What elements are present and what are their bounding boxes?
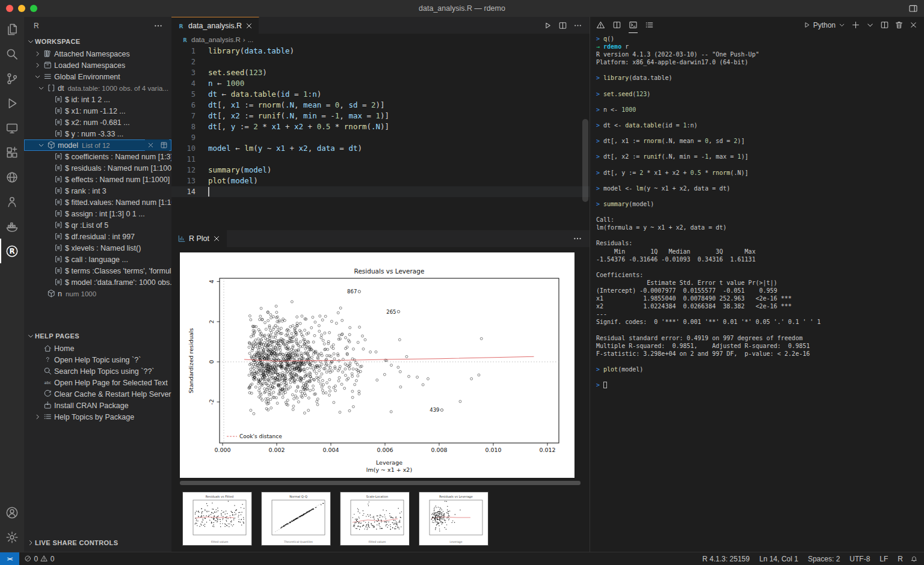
tree-item-assign-int-1-3-0-1[interactable]: $ assign : int [1:3] 0 1 ... (24, 208, 171, 219)
language-mode-status[interactable]: R (893, 552, 908, 565)
containers-activity-button[interactable] (0, 214, 24, 239)
tree-item-model-data-frame-1000-obs[interactable]: $ model :'data.frame': 1000 obs. ... (24, 276, 171, 288)
problems-status[interactable]: 0 0 (19, 552, 59, 565)
terminal-profile-selector[interactable]: Python (803, 21, 846, 29)
plot-thumbnail-normal-q-q[interactable]: Normal Q-QTheoretical Quantiles (261, 492, 331, 546)
tree-item-coefficients-named-num-1-3[interactable]: $ coefficients : Named num [1:3]... (24, 151, 171, 162)
plot-horizontal-scrollbar[interactable] (180, 481, 581, 485)
tree-item-fitted-values-named-num-1-10[interactable]: $ fitted.values: Named num [1:10... (24, 197, 171, 208)
encoding-status[interactable]: UTF-8 (845, 552, 875, 565)
browser-preview-activity-button[interactable] (0, 165, 24, 189)
cran-icon (42, 401, 53, 410)
warning-icon[interactable] (596, 17, 605, 33)
plot-thumbnail-scale-location[interactable]: Scale-LocationFitted values (340, 492, 410, 546)
accounts-activity-button[interactable] (0, 500, 24, 525)
tree-item-n[interactable]: nnum 1000 (24, 288, 171, 299)
sidebar-more-actions-icon[interactable] (153, 21, 163, 31)
r-language-status[interactable]: R 4.1.3: 25159 (697, 552, 754, 565)
live-share-activity-button[interactable] (0, 189, 24, 214)
chevron-right-icon[interactable] (32, 50, 42, 58)
tree-item-x1-num-1-12[interactable]: $ x1: num -1.12 ... (24, 105, 171, 117)
close-window-button[interactable] (6, 5, 13, 12)
close-icon[interactable] (145, 141, 156, 149)
split-pane-icon[interactable] (880, 20, 889, 29)
chevron-down-icon[interactable] (36, 84, 46, 92)
run-source-icon[interactable] (543, 21, 552, 30)
share-icon (5, 195, 19, 209)
tree-item-id-int-1-2[interactable]: $ id: int 1 2 ... (24, 94, 171, 105)
tree-item-y-num-3-33[interactable]: $ y : num -3.33 ... (24, 128, 171, 139)
tree-item-open-help-page-for-selected-te[interactable]: abcOpen Help Page for Selected Text (24, 377, 171, 388)
source-control-activity-button[interactable] (0, 66, 24, 91)
tree-item-attached-namespaces[interactable]: Attached Namespaces (24, 48, 171, 60)
close-icon[interactable] (909, 20, 918, 29)
tab-data-analysis[interactable]: R data_analysis.R (171, 17, 259, 34)
tree-item-qr-list-of-5[interactable]: $ qr :List of 5 (24, 219, 171, 231)
notifications-status[interactable] (908, 552, 924, 565)
chevron-right-icon[interactable] (32, 413, 42, 421)
breadcrumb-separator: › (243, 36, 245, 43)
tree-item-terms-classes-terms-formul[interactable]: $ terms :Classes 'terms', 'formul... (24, 265, 171, 276)
split-window-icon[interactable] (612, 17, 621, 33)
tree-item-xlevels-named-list[interactable]: $ xlevels : Named list() (24, 242, 171, 254)
code-line-7: 7dt[, x2 := runif(.N, min = -1, max = 1)… (171, 111, 590, 121)
tree-item-rank-int-3[interactable]: $ rank : int 3 (24, 185, 171, 197)
tree-item-search-help-topics-using[interactable]: Search Help Topics using `??` (24, 365, 171, 377)
list-icon[interactable] (645, 17, 654, 33)
close-plot-tab-icon[interactable] (212, 234, 221, 243)
section-live-share[interactable]: LIVE SHARE CONTROLS (24, 536, 171, 549)
tree-item-home[interactable]: Home (24, 343, 171, 354)
tree-item-x2-num-0-681[interactable]: $ x2: num -0.681 ... (24, 117, 171, 128)
indentation-status[interactable]: Spaces: 2 (803, 552, 845, 565)
field-icon (53, 255, 64, 264)
tree-item-help-topics-by-package[interactable]: Help Topics by Package (24, 411, 171, 423)
explorer-activity-button[interactable] (0, 17, 24, 41)
editor-scrollbar[interactable] (582, 119, 588, 202)
tree-item-dt[interactable]: dtdata.table: 1000 obs. of 4 varia... (24, 82, 171, 94)
tab-r-plot[interactable]: R Plot (171, 230, 227, 247)
layout-icon[interactable] (908, 4, 918, 13)
terminal-view-icon[interactable] (629, 17, 638, 33)
tree-item-model[interactable]: modelList of 12 (24, 139, 171, 151)
trash-icon[interactable] (895, 20, 904, 29)
plus-icon[interactable] (851, 20, 860, 29)
tree-item-call-language[interactable]: $ call : language ... (24, 254, 171, 265)
chevron-down-icon[interactable] (32, 73, 42, 81)
tree-item-effects-named-num-1-1000[interactable]: $ effects : Named num [1:1000] -... (24, 174, 171, 185)
code-area[interactable]: 1library(data.table)23set.seed(123)4n ← … (171, 46, 590, 230)
split-editor-icon[interactable] (558, 21, 567, 30)
r-view-activity-button[interactable]: R (0, 239, 24, 263)
eol-status[interactable]: LF (875, 552, 893, 565)
tree-item-install-cran-package[interactable]: Install CRAN Package (24, 400, 171, 411)
chevron-down-icon[interactable] (36, 141, 46, 149)
tree-item-df-residual-int-997[interactable]: $ df.residual : int 997 (24, 231, 171, 242)
tree-item-residuals-named-num-1-1000[interactable]: $ residuals : Named num [1:1000... (24, 162, 171, 174)
zoom-window-button[interactable] (30, 5, 37, 12)
remote-explorer-activity-button[interactable] (0, 115, 24, 140)
extensions-activity-button[interactable] (0, 140, 24, 165)
section-workspace[interactable]: WORKSPACE (24, 35, 171, 48)
minimize-window-button[interactable] (18, 5, 25, 12)
close-tab-icon[interactable] (245, 22, 253, 30)
cursor-position-status[interactable]: Ln 14, Col 1 (754, 552, 803, 565)
tree-item-loaded-namespaces[interactable]: Loaded Namespaces (24, 60, 171, 71)
breadcrumb[interactable]: R data_analysis.R › ... (171, 34, 590, 46)
section-help-pages[interactable]: HELP PAGES (24, 329, 171, 343)
remote-indicator[interactable]: >< (0, 552, 19, 565)
manage-activity-button[interactable] (0, 525, 24, 549)
tree-item-global-environment[interactable]: Global Environment (24, 71, 171, 82)
run-and-debug-activity-button[interactable] (0, 91, 24, 115)
open-viewer-icon[interactable] (158, 141, 169, 149)
editor-more-actions-icon[interactable] (573, 21, 582, 30)
search-activity-button[interactable] (0, 41, 24, 66)
terminal-output[interactable]: > q()→ rdemo rR version 4.1.3 (2022-03-1… (590, 33, 924, 552)
chevron-right-icon[interactable] (32, 61, 42, 69)
chevron-down-icon[interactable] (866, 20, 875, 29)
plot-thumbnail-residuals-vs-fitted[interactable]: Residuals vs FittedFitted values (182, 492, 252, 546)
plot-thumbnail-residuals-vs-leverage[interactable]: Residuals vs LeverageLeverage (419, 492, 488, 546)
plot-more-actions-icon[interactable] (573, 234, 582, 243)
tree-item-open-help-topic-using[interactable]: Open Help Topic using `?` (24, 354, 171, 365)
code-line-10: 10model ← lm(y ~ x1 + x2, data = dt) (171, 143, 590, 154)
tree-item-label: Clear Cache & Restart Help Server (54, 390, 171, 399)
tree-item-clear-cache-restart-help-serve[interactable]: Clear Cache & Restart Help Server (24, 388, 171, 400)
